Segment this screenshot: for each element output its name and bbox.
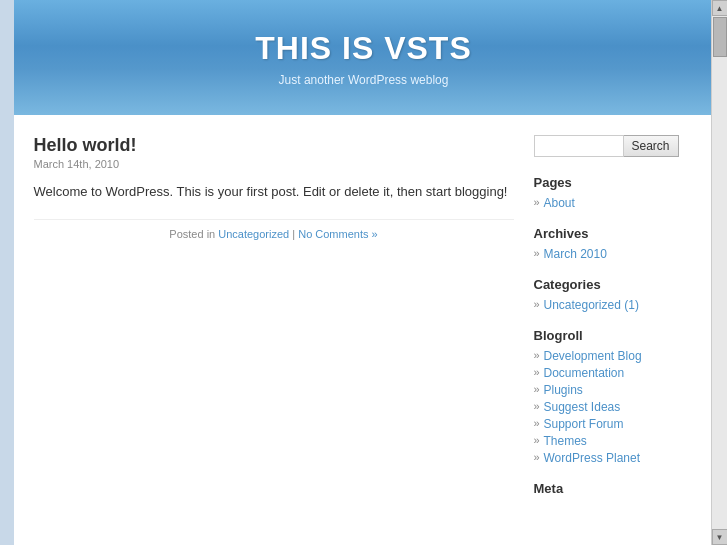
list-item: March 2010	[534, 247, 694, 261]
main-content: Hello world! March 14th, 2010 Welcome to…	[34, 135, 514, 512]
comments-link[interactable]: No Comments »	[298, 228, 377, 240]
post-footer: Posted in Uncategorized | No Comments »	[34, 219, 514, 240]
post-content: Welcome to WordPress. This is your first…	[34, 182, 514, 203]
sidebar: Search Pages About Archives March 2010	[534, 135, 694, 512]
site-header: THIS IS VSTS Just another WordPress webl…	[14, 0, 714, 115]
post-title: Hello world!	[34, 135, 514, 156]
sidebar-list-archives: March 2010	[534, 247, 694, 261]
list-item: Plugins	[534, 383, 694, 397]
list-item: Development Blog	[534, 349, 694, 363]
scrollbar[interactable]: ▲ ▼	[711, 0, 727, 545]
blogroll-suggest-link[interactable]: Suggest Ideas	[544, 400, 621, 414]
list-item: WordPress Planet	[534, 451, 694, 465]
site-tagline: Just another WordPress weblog	[34, 73, 694, 87]
blogroll-devblog-link[interactable]: Development Blog	[544, 349, 642, 363]
scroll-thumb[interactable]	[713, 17, 727, 57]
list-item: Themes	[534, 434, 694, 448]
sidebar-list-blogroll: Development Blog Documentation Plugins S…	[534, 349, 694, 465]
search-button[interactable]: Search	[624, 135, 679, 157]
sidebar-heading-categories: Categories	[534, 277, 694, 292]
content-area: Hello world! March 14th, 2010 Welcome to…	[14, 115, 714, 532]
scroll-track	[712, 16, 727, 529]
blogroll-themes-link[interactable]: Themes	[544, 434, 587, 448]
separator: |	[292, 228, 295, 240]
sidebar-heading-blogroll: Blogroll	[534, 328, 694, 343]
blogroll-plugins-link[interactable]: Plugins	[544, 383, 583, 397]
site-title: THIS IS VSTS	[34, 30, 694, 67]
sidebar-section-pages: Pages About	[534, 175, 694, 210]
sidebar-heading-archives: Archives	[534, 226, 694, 241]
category-link[interactable]: Uncategorized	[218, 228, 289, 240]
sidebar-list-pages: About	[534, 196, 694, 210]
list-item: Documentation	[534, 366, 694, 380]
archives-march2010-link[interactable]: March 2010	[544, 247, 607, 261]
sidebar-section-categories: Categories Uncategorized (1)	[534, 277, 694, 312]
blogroll-docs-link[interactable]: Documentation	[544, 366, 625, 380]
sidebar-section-archives: Archives March 2010	[534, 226, 694, 261]
sidebar-section-blogroll: Blogroll Development Blog Documentation …	[534, 328, 694, 465]
categories-uncategorized-link[interactable]: Uncategorized (1)	[544, 298, 639, 312]
sidebar-heading-meta: Meta	[534, 481, 694, 496]
list-item: About	[534, 196, 694, 210]
search-widget: Search	[534, 135, 694, 157]
sidebar-heading-pages: Pages	[534, 175, 694, 190]
post-date: March 14th, 2010	[34, 158, 514, 170]
list-item: Support Forum	[534, 417, 694, 431]
sidebar-section-meta: Meta	[534, 481, 694, 496]
list-item: Uncategorized (1)	[534, 298, 694, 312]
pages-about-link[interactable]: About	[544, 196, 575, 210]
scroll-up-arrow[interactable]: ▲	[712, 0, 728, 16]
blogroll-support-link[interactable]: Support Forum	[544, 417, 624, 431]
search-input[interactable]	[534, 135, 624, 157]
blogroll-wpplanet-link[interactable]: WordPress Planet	[544, 451, 641, 465]
page-wrapper: THIS IS VSTS Just another WordPress webl…	[14, 0, 714, 545]
sidebar-list-categories: Uncategorized (1)	[534, 298, 694, 312]
scroll-down-arrow[interactable]: ▼	[712, 529, 728, 545]
posted-in-label: Posted in	[169, 228, 215, 240]
list-item: Suggest Ideas	[534, 400, 694, 414]
